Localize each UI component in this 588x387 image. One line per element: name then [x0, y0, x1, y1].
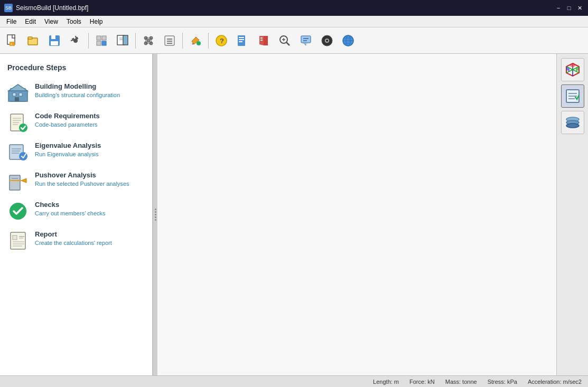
toolbar: +	[0, 27, 588, 54]
code-requirements-name: Code Requirements	[35, 112, 145, 120]
sidebar-item-pushover-analysis[interactable]: Pushover Analysis Run the selected Pusho…	[0, 167, 152, 196]
separator-3	[182, 33, 183, 49]
svg-point-31	[197, 41, 201, 45]
svg-rect-11	[102, 36, 106, 40]
code-requirements-text: Code Requirements Code-based parameters	[35, 112, 145, 128]
app-icon: SB	[4, 4, 13, 12]
pushover-analysis-text: Pushover Analysis Run the selected Pusho…	[35, 171, 145, 187]
menu-edit[interactable]: Edit	[21, 17, 40, 26]
content-area	[157, 54, 556, 375]
save-button[interactable]	[44, 31, 64, 51]
help-button[interactable]: ?	[211, 31, 231, 51]
checks-desc: Carry out members' checks	[35, 210, 145, 216]
settings-button[interactable]	[66, 31, 86, 51]
splitter-dot-3	[155, 214, 156, 215]
eigenvalue-icon	[7, 141, 29, 163]
minimize-button[interactable]: −	[554, 4, 563, 12]
svg-point-95	[566, 124, 579, 128]
paint-button[interactable]	[185, 31, 206, 51]
manual-button[interactable]	[232, 31, 253, 51]
export-button[interactable]	[113, 31, 133, 51]
svg-text:?: ?	[220, 37, 224, 45]
maximize-button[interactable]: □	[565, 4, 573, 12]
main-layout: Procedure Steps Building Modelling Build…	[0, 54, 588, 375]
report-desc: Create the calculations' report	[35, 240, 145, 246]
3d-view-button[interactable]	[561, 58, 584, 81]
svg-rect-10	[97, 36, 101, 40]
svg-rect-6	[51, 35, 55, 39]
sidebar-item-report[interactable]: Report Create the calculations' report	[0, 226, 152, 256]
sidebar-item-eigenvalue-analysis[interactable]: Eigenvalue Analysis Run Eigenvalue analy…	[0, 137, 152, 167]
svg-rect-4	[28, 37, 32, 39]
svg-rect-35	[239, 37, 244, 38]
status-acceleration: Acceleration: m/sec2	[528, 379, 582, 385]
menu-tools[interactable]: Tools	[62, 17, 86, 26]
svg-line-41	[286, 42, 290, 45]
book-button[interactable]	[254, 31, 274, 51]
code-requirements-desc: Code-based parameters	[35, 121, 145, 128]
status-length: Length: m	[373, 379, 399, 385]
sidebar-title: Procedure Steps	[0, 59, 152, 78]
svg-rect-37	[239, 41, 242, 42]
open-button[interactable]	[23, 31, 43, 51]
sidebar-item-code-requirements[interactable]: Code Requirements Code-based parameters	[0, 108, 152, 137]
menu-bar: File Edit View Tools Help	[0, 16, 588, 27]
splitter-dot-4	[155, 216, 156, 218]
svg-rect-36	[239, 39, 244, 40]
sidebar-item-checks[interactable]: Checks Carry out members' checks	[0, 196, 152, 226]
splitter-dot-2	[155, 211, 156, 213]
new-button[interactable]: +	[2, 31, 22, 51]
status-bar: Length: m Force: kN Mass: tonne Stress: …	[0, 375, 588, 387]
zoom-button[interactable]	[275, 31, 295, 51]
splitter-dot-1	[155, 209, 156, 210]
building-icon	[7, 82, 29, 103]
status-force: Force: kN	[409, 379, 435, 385]
report-name: Report	[35, 230, 145, 238]
checks-icon	[7, 201, 29, 222]
calc-button[interactable]	[160, 31, 180, 51]
svg-rect-12	[97, 41, 101, 45]
building-modelling-text: Building Modelling Building's structural…	[35, 82, 145, 98]
menu-file[interactable]: File	[2, 17, 21, 26]
checks-name: Checks	[35, 201, 145, 209]
comment-button[interactable]	[296, 31, 316, 51]
svg-rect-60	[15, 97, 19, 101]
checks-text: Checks Carry out members' checks	[35, 201, 145, 216]
sidebar-item-building-modelling[interactable]: Building Modelling Building's structural…	[0, 78, 152, 108]
layers-button[interactable]	[561, 111, 584, 134]
svg-rect-59	[19, 93, 22, 96]
right-panel	[556, 54, 588, 375]
svg-rect-73	[10, 175, 20, 190]
model-button[interactable]	[91, 31, 111, 51]
svg-rect-44	[301, 36, 311, 43]
menu-help[interactable]: Help	[86, 17, 107, 26]
mesh-button[interactable]	[138, 31, 158, 51]
svg-rect-79	[11, 232, 25, 249]
report-icon	[7, 230, 29, 251]
svg-rect-38	[260, 37, 263, 39]
close-button[interactable]: ✕	[575, 4, 584, 12]
sidebar: Procedure Steps Building Modelling Build…	[0, 54, 153, 375]
checklist-button[interactable]	[561, 84, 584, 108]
menu-view[interactable]: View	[40, 17, 62, 26]
pushover-analysis-desc: Run the selected Pushover analyses	[35, 181, 145, 187]
svg-rect-39	[260, 40, 263, 41]
globe-button[interactable]	[338, 31, 358, 51]
pushover-analysis-name: Pushover Analysis	[35, 171, 145, 179]
splitter-dot-5	[155, 219, 156, 221]
svg-rect-80	[13, 235, 17, 240]
separator-4	[208, 33, 209, 49]
svg-marker-45	[303, 43, 306, 45]
panel-splitter[interactable]	[153, 54, 157, 375]
status-stress: Stress: kPa	[488, 379, 517, 385]
eigenvalue-analysis-desc: Run Eigenvalue analysis	[35, 151, 145, 157]
media-button[interactable]	[317, 31, 337, 51]
svg-rect-58	[13, 93, 16, 96]
svg-rect-7	[51, 41, 58, 45]
app-title: SeismoBuild [Untitled.bpf]	[16, 4, 88, 12]
separator-1	[88, 33, 89, 49]
svg-rect-15	[123, 35, 128, 45]
report-text: Report Create the calculations' report	[35, 230, 145, 246]
building-modelling-desc: Building's structural configuration	[35, 92, 145, 98]
svg-point-50	[326, 40, 328, 42]
